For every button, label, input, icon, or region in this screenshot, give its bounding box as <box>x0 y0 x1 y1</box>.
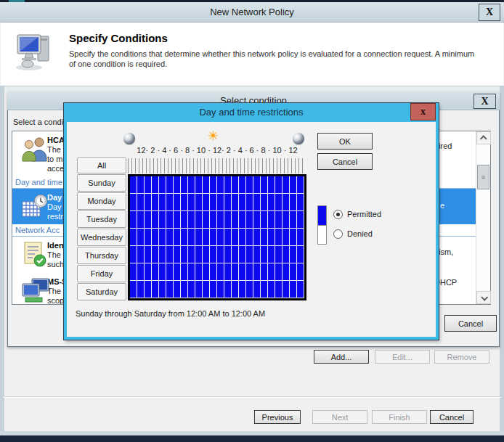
page-title: Specify Conditions <box>69 32 168 44</box>
clipped-text-fragment: e <box>440 201 444 210</box>
select-condition-instruction: Select a condit <box>13 118 65 126</box>
scrollbar-thumb[interactable]: ≡ <box>477 165 489 189</box>
page-description-line2: of one condition is required. <box>69 60 167 68</box>
chevron-down-icon <box>481 293 488 300</box>
moon-icon <box>123 133 135 144</box>
edit-condition-button: Edit... <box>375 350 430 364</box>
day-button-saturday[interactable]: Saturday <box>77 283 126 300</box>
screen: New Network Policy X Specify Conditions … <box>0 0 504 442</box>
cancel-button[interactable]: Cancel <box>430 410 473 424</box>
moon-icon <box>293 133 304 144</box>
condition-list-scrollbar[interactable]: ≡ <box>476 131 490 304</box>
desktop-bottom-strip <box>0 435 504 442</box>
sun-icon: ☀ <box>208 128 219 144</box>
schedule-grid[interactable] <box>128 174 306 300</box>
footer-divider <box>3 396 501 398</box>
permitted-color-swatch <box>317 205 327 225</box>
computer-icon <box>13 32 55 71</box>
wizard-close-button[interactable]: X <box>479 4 500 21</box>
permitted-radio[interactable] <box>333 210 343 219</box>
certificate-icon <box>21 240 49 269</box>
window-border-left <box>0 86 4 435</box>
denied-radio[interactable] <box>333 229 343 239</box>
chevron-up-icon <box>479 135 487 142</box>
ok-button[interactable]: OK <box>317 133 373 150</box>
day-button-thursday[interactable]: Thursday <box>77 247 126 264</box>
scroll-down-button[interactable] <box>476 291 491 304</box>
remove-condition-button: Remove <box>434 350 489 364</box>
denied-radio-label: Denied <box>347 229 373 238</box>
schedule-status-text: Sunday through Saturday from 12:00 AM to… <box>76 309 265 318</box>
computers-icon <box>21 277 49 304</box>
window-border-right <box>500 86 504 435</box>
day-button-friday[interactable]: Friday <box>77 265 126 282</box>
day-button-sunday[interactable]: Sunday <box>77 174 126 192</box>
add-condition-button[interactable]: Add... <box>314 350 369 364</box>
wizard-title: New Network Policy <box>0 7 504 17</box>
day-time-cancel-button[interactable]: Cancel <box>317 153 373 170</box>
scroll-up-button[interactable] <box>476 131 491 144</box>
day-time-title: Day and time restrictions <box>64 107 439 118</box>
day-time-close-button[interactable]: x <box>410 103 436 120</box>
permitted-radio-label: Permitted <box>347 210 381 218</box>
finish-button: Finish <box>372 410 427 424</box>
day-button-wednesday[interactable]: Wednesday <box>77 229 126 246</box>
wizard-background-band <box>4 86 500 91</box>
hour-scale-labels: 12· 2 · 4 · 6 · 8 · 10 · 12· 2 · 4 · 6 ·… <box>122 146 312 155</box>
day-button-all[interactable]: All <box>77 157 126 173</box>
select-condition-cancel-button[interactable]: Cancel <box>444 315 497 332</box>
next-button: Next <box>312 410 367 424</box>
day-button-tuesday[interactable]: Tuesday <box>77 210 126 228</box>
calendar-clock-icon <box>21 192 49 221</box>
denied-color-swatch <box>317 225 327 245</box>
day-button-column: AllSundayMondayTuesdayWednesdayThursdayF… <box>77 157 126 301</box>
users-icon <box>21 135 49 164</box>
previous-button[interactable]: Previous <box>254 410 301 424</box>
select-condition-close-button[interactable]: X <box>473 94 496 109</box>
hour-tick-marks[interactable] <box>128 158 303 173</box>
page-description-line1: Specify the conditions that determine wh… <box>69 49 474 58</box>
day-button-monday[interactable]: Monday <box>77 192 126 210</box>
